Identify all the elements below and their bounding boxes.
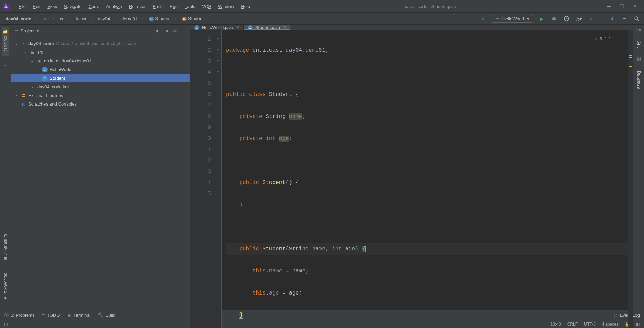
profile-button[interactable]: ◔▾ <box>575 15 583 22</box>
chevron-down-icon[interactable]: ⌄ <box>30 59 34 63</box>
fold-collapse-icon[interactable]: ⊟ <box>216 34 221 45</box>
run-button[interactable]: ▶ <box>538 15 545 22</box>
sidebar-tab-favorites[interactable]: ★ 2: Favorites <box>2 270 9 303</box>
chevron-down-icon[interactable]: ⌄ <box>14 42 19 46</box>
menu-tools[interactable]: Tools <box>181 2 198 10</box>
database-icon[interactable]: 🗄 <box>636 57 641 62</box>
fold-gutter[interactable]: ⊟ ⊡ ⊟ ⊡ <box>216 30 222 328</box>
line-number[interactable]: 11 <box>190 144 211 155</box>
line-number[interactable]: 6 <box>190 89 211 100</box>
search-everywhere-icon[interactable]: ▭ <box>621 15 628 22</box>
crumb-class[interactable]: CStudent <box>147 16 173 21</box>
search-icon[interactable] <box>633 15 641 22</box>
fold-end-icon[interactable]: ⊡ <box>216 67 221 78</box>
code-content[interactable]: package cn.itcast.day04.demo01; public c… <box>222 30 628 328</box>
window-minimize-icon[interactable]: ─ <box>607 3 611 9</box>
run-config-selector[interactable]: ▭ HelloWorld ▾ <box>492 15 533 23</box>
line-number[interactable]: 13 <box>190 166 211 177</box>
crumb-itcast[interactable]: itcast <box>74 16 89 21</box>
menu-help[interactable]: Help <box>237 2 254 10</box>
tree-row-class-helloworld[interactable]: C HelloWorld <box>11 65 190 74</box>
tree-row-class-student[interactable]: C Student <box>11 74 190 82</box>
tree-row-root[interactable]: ⌄ ▪ day04_code D:\IdeaProjects\basic_cod… <box>11 39 190 48</box>
stripe-marker-warn[interactable] <box>629 57 632 58</box>
line-number[interactable]: 14 <box>190 177 211 188</box>
window-close-icon[interactable]: ✕ <box>633 3 637 9</box>
project-panel-title[interactable]: Project <box>21 28 34 33</box>
editor-tab-student[interactable]: C Student.java ✕ <box>244 25 290 30</box>
status-notifications-icon[interactable]: ◧ <box>636 322 640 327</box>
sidebar-tab-ant[interactable]: Ant <box>636 39 642 50</box>
line-number[interactable]: 1 <box>190 34 211 45</box>
line-number[interactable]: 5 <box>190 78 211 89</box>
debug-button[interactable] <box>550 15 558 22</box>
error-stripe[interactable] <box>628 30 633 328</box>
chevron-right-icon[interactable]: › <box>14 93 19 97</box>
line-number[interactable]: 4 <box>190 67 211 78</box>
menu-analyze[interactable]: Analyze <box>103 2 125 10</box>
menu-navigate[interactable]: Navigate <box>60 2 85 10</box>
crumb-demo01[interactable]: demo01 <box>119 16 140 21</box>
menu-refactor[interactable]: Refactor <box>125 2 149 10</box>
tree-row-iml[interactable]: ▪ day04_code.iml <box>11 82 190 91</box>
line-number[interactable]: 2 <box>190 45 211 56</box>
menu-window[interactable]: Window <box>215 2 237 10</box>
breadcrumb[interactable]: day04_code 〉 src 〉 cn 〉 itcast 〉 day04 〉… <box>3 16 206 22</box>
locate-icon[interactable]: ⊕ <box>156 28 160 33</box>
fold-end-icon[interactable]: ⊡ <box>216 45 221 56</box>
prev-warning-icon[interactable]: ˄ <box>604 34 606 45</box>
crumb-method[interactable]: mStudent <box>180 16 206 21</box>
crumb-root[interactable]: day04_code <box>3 16 33 21</box>
menu-build[interactable]: Build <box>149 2 166 10</box>
menu-run[interactable]: Run <box>166 2 181 10</box>
line-number[interactable]: 9 <box>190 122 211 133</box>
tree-row-src[interactable]: ⌄ 🖿 src <box>11 48 190 57</box>
line-number[interactable]: 3 <box>190 56 211 67</box>
menu-vcs[interactable]: VCS <box>198 2 215 10</box>
crumb-src[interactable]: src <box>40 16 50 21</box>
gear-icon[interactable]: ⚙ <box>173 28 177 33</box>
chevron-down-icon[interactable]: ▾ <box>37 28 39 33</box>
window-maximize-icon[interactable]: ☐ <box>620 3 624 9</box>
build-icon[interactable]: ↘ <box>479 15 487 22</box>
hide-icon[interactable]: — <box>182 28 186 33</box>
crumb-cn[interactable]: cn <box>58 16 67 21</box>
chevron-down-icon[interactable]: ⌄ <box>23 50 28 54</box>
fold-collapse-icon[interactable]: ⊟ <box>216 56 221 67</box>
stripe-marker-warn[interactable] <box>629 55 632 56</box>
tree-row-package[interactable]: ⌄ ▣ cn.itcast.day04.demo01 <box>11 57 190 65</box>
sidebar-tab-structure[interactable]: ▦ 7: Structure <box>2 231 9 264</box>
status-tool-windows-icon[interactable]: ▢ <box>4 322 8 327</box>
line-number-gutter[interactable]: 1 2 3 4 5 6 7 8 9 10 11 12 13 14 15 <box>190 30 216 328</box>
editor-body[interactable]: 1 2 3 4 5 6 7 8 9 10 11 12 13 14 15 ⊟ ⊡ <box>190 30 633 328</box>
stripe-marker-warn[interactable] <box>629 66 632 67</box>
coverage-button[interactable] <box>563 15 570 22</box>
tree-row-external-libraries[interactable]: › 𝌆 External Libraries <box>11 91 190 100</box>
menu-code[interactable]: Code <box>85 2 103 10</box>
bottom-tab-build[interactable]: 🔨Build <box>98 312 115 318</box>
bottom-tab-terminal[interactable]: ▣Terminal <box>67 312 90 318</box>
inspection-badge[interactable]: ⚠ 5 ˄ ˅ <box>594 34 611 45</box>
editor-tab-helloworld[interactable]: C HelloWorld.java ✕ <box>190 25 244 30</box>
sidebar-icon[interactable]: ▪ <box>4 62 6 68</box>
menu-file[interactable]: File <box>15 2 29 10</box>
collapse-icon[interactable]: ⇥ <box>164 28 168 33</box>
sidebar-tab-database[interactable]: Database <box>636 68 642 91</box>
menu-view[interactable]: View <box>44 2 60 10</box>
tree-row-scratches[interactable]: ◧ Scratches and Consoles <box>11 100 190 108</box>
line-number[interactable]: 7 <box>190 100 211 111</box>
git-update-icon[interactable]: ⬇ <box>608 15 616 22</box>
stop-button[interactable]: ■ <box>587 15 595 22</box>
line-number[interactable]: 8 <box>190 111 211 122</box>
ant-icon[interactable]: 🐜 <box>636 27 642 32</box>
menu-edit[interactable]: Edit <box>29 2 44 10</box>
close-icon[interactable]: ✕ <box>236 25 239 30</box>
sidebar-tab-project[interactable]: 1: Project 📁 <box>2 27 9 56</box>
project-tree[interactable]: ⌄ ▪ day04_code D:\IdeaProjects\basic_cod… <box>11 37 190 110</box>
bottom-tab-problems[interactable]: ⓘ6: 6: ProblemsProblems <box>4 312 34 318</box>
line-number[interactable]: 12 <box>190 155 211 166</box>
crumb-day04[interactable]: day04 <box>96 16 112 21</box>
next-warning-icon[interactable]: ˅ <box>609 34 611 45</box>
line-number[interactable]: 15 <box>190 188 211 199</box>
line-number[interactable]: 10 <box>190 133 211 144</box>
